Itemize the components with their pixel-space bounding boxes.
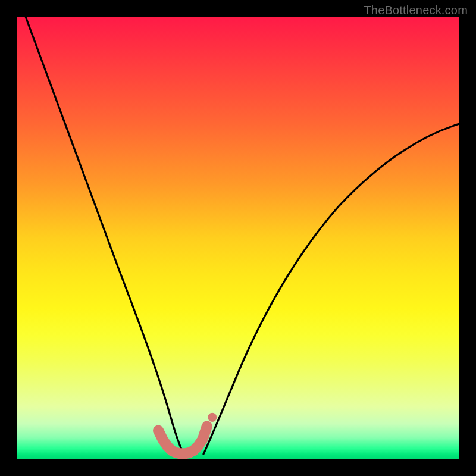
chart-svg <box>17 17 459 459</box>
left-curve <box>26 17 184 455</box>
marker-layer <box>158 413 217 454</box>
valley-stroke <box>158 426 207 453</box>
right-curve <box>203 124 459 454</box>
valley-end-marker <box>208 413 217 422</box>
chart-frame: TheBottleneck.com <box>0 0 476 476</box>
watermark-text: TheBottleneck.com <box>364 4 468 17</box>
curve-layer <box>26 17 459 455</box>
